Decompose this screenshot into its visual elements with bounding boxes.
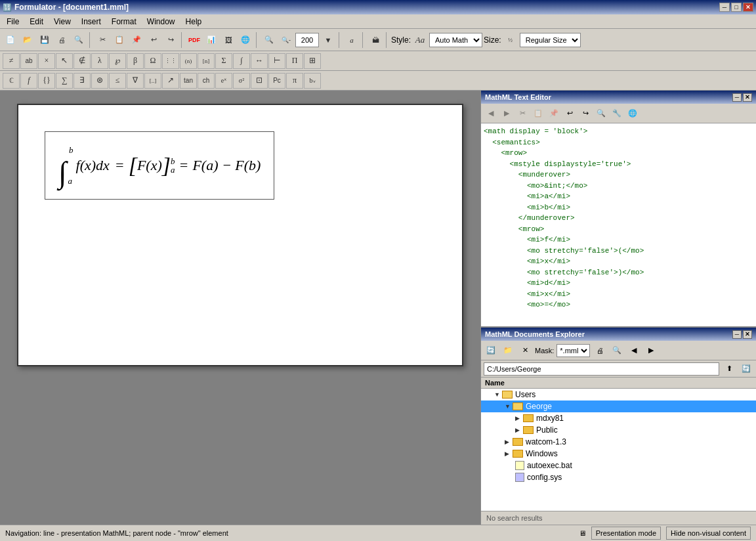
tree-item-autoexec[interactable]: autoexec.bat [481,460,756,471]
math-btn-sum2[interactable]: ∑ [56,73,73,89]
math-btn-ab[interactable]: ab [20,53,37,69]
hide-nonvisual-button[interactable]: Hide non-visual content [666,527,751,540]
math-btn-pi2[interactable]: π [286,73,303,89]
zoom-in-button[interactable]: 🔍 [261,32,277,48]
photo-button[interactable]: 🏔 [368,32,383,48]
maximize-button[interactable]: □ [731,3,742,12]
math-btn-curly[interactable]: {} [38,73,55,89]
pdf-button[interactable]: PDF [186,32,202,48]
cut-button[interactable]: ✂ [94,32,110,48]
math-btn-bracket-n[interactable]: [n] [198,53,215,69]
editor-btn9[interactable]: 🔧 [610,106,624,121]
image-button[interactable]: 🖼 [220,32,236,48]
tree-item-mdxy81[interactable]: ▶ mdxy81 [481,412,756,424]
menu-format[interactable]: Format [106,16,142,28]
copy-button[interactable]: 📋 [112,32,127,48]
math-btn-neq[interactable]: ≠ [3,53,20,69]
explorer-btn1[interactable]: 🔄 [484,343,498,358]
tree-item-watcom[interactable]: ▶ watcom-1.3 [481,436,756,448]
paste-button[interactable]: 📌 [129,32,144,48]
math-btn-wp[interactable]: ℘ [109,53,126,69]
explorer-search-btn[interactable]: 🔍 [610,343,624,358]
close-button[interactable]: ✕ [743,3,753,12]
presentation-mode-button[interactable]: Presentation mode [591,527,661,540]
editor-btn10[interactable]: 🌐 [625,106,640,121]
redo-button[interactable]: ↪ [163,32,178,48]
tree-item-windows[interactable]: ▶ Windows [481,448,756,460]
path-refresh-btn[interactable]: 🔄 [739,362,753,376]
math-btn-lambda[interactable]: λ [91,53,108,69]
menu-help[interactable]: Help [180,16,207,28]
menu-window[interactable]: Window [142,16,180,28]
size-select[interactable]: Regular Size Large Small [520,33,581,47]
menu-view[interactable]: View [49,16,76,28]
save-button[interactable]: 💾 [37,32,52,48]
menu-insert[interactable]: Insert [76,16,106,28]
undo-button[interactable]: ↩ [146,32,161,48]
open-button[interactable]: 📂 [20,32,35,48]
math-btn-arrow-upright[interactable]: ↗ [162,73,179,89]
menu-file[interactable]: File [1,16,24,28]
zoom-dropdown[interactable]: ▼ [320,32,336,48]
explorer-min-btn[interactable]: ─ [732,330,742,339]
editor-btn8[interactable]: 🔍 [594,106,608,121]
math-btn-turnstile[interactable]: ⊢ [268,53,285,69]
math-btn-integral[interactable]: ∫ [233,53,250,69]
math-btn-exists[interactable]: ∃ [74,73,91,89]
editor-btn7[interactable]: ↪ [578,106,593,121]
math-btn-notin[interactable]: ∉ [74,53,91,69]
new-button[interactable]: 📄 [3,32,18,48]
math-btn-arrow-upleft[interactable]: ↖ [56,53,73,69]
math-btn-leftrightarrow[interactable]: ↔ [251,53,268,69]
math-btn-complex[interactable]: ℂ [3,73,20,89]
zoom-out-button[interactable]: 🔍- [278,32,294,48]
math-btn-pi[interactable]: Π [286,53,303,69]
mathml-editor-close-btn[interactable]: ✕ [743,93,752,102]
editor-btn6[interactable]: ↩ [562,106,577,121]
explorer-nav-left[interactable]: ◀ [627,343,641,358]
path-input[interactable] [484,362,719,376]
math-btn-f[interactable]: f [20,73,37,89]
path-up-btn[interactable]: ⬆ [722,362,736,376]
web-button[interactable]: 🌐 [238,32,253,48]
math-btn-paren-n[interactable]: (n) [180,53,197,69]
document-area[interactable]: b ∫ a a f(x)dx = [0,91,480,525]
tree-item-george[interactable]: ▼ George [481,400,756,412]
export-button[interactable]: 📊 [203,32,219,48]
explorer-btn3[interactable]: ✕ [518,343,532,358]
mathml-content[interactable]: <math display = 'block'> <semantics> <mr… [481,123,756,326]
math-btn-dots[interactable]: ⋮⋮ [162,53,179,69]
minimize-button[interactable]: ─ [719,3,730,12]
zoom-input[interactable]: 200 [295,33,319,47]
math-btn-sigma[interactable]: Σ [215,53,232,69]
mathml-editor-min-btn[interactable]: ─ [732,93,742,102]
find-button[interactable]: 🔍 [71,32,87,48]
editor-paste-btn[interactable]: 📌 [547,106,561,121]
math-btn-bv[interactable]: bᵥ [304,73,321,89]
explorer-close-btn[interactable]: ✕ [743,330,752,339]
explorer-nav-right[interactable]: ▶ [644,343,658,358]
print-button[interactable]: 🖨 [54,32,70,48]
editor-back-btn[interactable]: ◀ [484,106,498,121]
tree-item-config[interactable]: config.sys [481,471,756,483]
mask-select[interactable]: *.mml [556,344,590,357]
math-btn-omega[interactable]: Ω [144,53,161,69]
math-btn-beta[interactable]: β [127,53,144,69]
math-btn-box[interactable]: ⊡ [251,73,268,89]
explorer-btn2[interactable]: 📁 [501,343,515,358]
math-btn-tan[interactable]: tan [180,73,197,89]
editor-forward-btn[interactable]: ▶ [499,106,514,121]
editor-cut-btn[interactable]: ✂ [515,106,530,121]
italic-button[interactable]: a [344,32,360,48]
math-btn-leq[interactable]: ≤ [109,73,126,89]
style-select[interactable]: Auto Math Math Text [429,33,482,47]
menu-edit[interactable]: Edit [24,16,49,28]
math-btn-circledast[interactable]: ⊛ [91,73,108,89]
tree-item-public[interactable]: ▶ Public [481,424,756,436]
math-btn-bracket2[interactable]: [..] [144,73,161,89]
math-btn-sigma2[interactable]: σ² [233,73,250,89]
explorer-print-btn[interactable]: 🖨 [593,343,607,358]
math-btn-ex[interactable]: eˣ [215,73,232,89]
editor-copy-btn[interactable]: 📋 [531,106,545,121]
math-btn-ch[interactable]: ch [198,73,215,89]
